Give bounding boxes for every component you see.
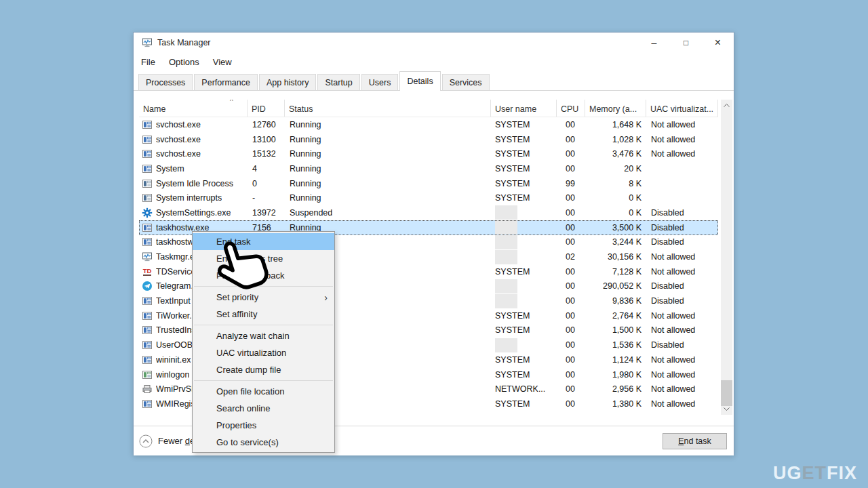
column-header-user-name[interactable]: User name [491,100,557,117]
menu-separator [194,325,333,325]
cell-user-name: SYSTEM [491,117,557,132]
tab-users[interactable]: Users [361,74,399,90]
tab-startup[interactable]: Startup [317,74,359,90]
menu-item-set-priority[interactable]: Set priority› [193,289,334,306]
menubar-item-file[interactable]: File [134,53,162,71]
table-row[interactable]: svchost.exe13100RunningSYSTEM001,028 KNo… [139,132,718,147]
menu-item-properties[interactable]: Properties [193,417,334,434]
cell-cpu: 00 [557,382,585,396]
column-header-name[interactable]: Name^ [139,100,248,117]
menu-item-end-process-tree[interactable]: End process tree [193,250,334,267]
cell-uac-virtualization: Not allowed [646,352,718,367]
table-row[interactable]: System Idle Process0RunningSYSTEM998 K [139,176,718,191]
exe-icon [142,310,153,321]
cell-cpu: 00 [557,264,585,279]
end-task-button[interactable]: End task [663,433,727,449]
cell-status: Running [285,146,491,161]
menu-item-label: Open file location [216,386,284,396]
cell-uac-virtualization: Not allowed [646,132,718,147]
context-menu: End taskEnd process treeProvide feedback… [192,231,335,453]
tab-processes[interactable]: Processes [138,74,193,90]
cell-name: SystemSettings.exe [139,205,248,220]
tab-details[interactable]: Details [399,71,440,91]
cell-uac-virtualization: Not allowed [646,264,718,279]
menu-item-analyze-wait-chain[interactable]: Analyze wait chain [193,327,334,344]
scroll-down-icon[interactable] [721,403,732,415]
cell-name: System interrupts [139,190,248,205]
table-row[interactable]: System interrupts-RunningSYSTEM000 K [139,190,718,205]
menubar-item-options[interactable]: Options [162,53,206,71]
column-header-pid[interactable]: PID [248,100,285,117]
cell-memory: 3,244 K [585,235,646,250]
menu-item-label: Provide feedback [216,270,284,281]
menu-item-provide-feedback[interactable]: Provide feedback [193,267,334,284]
cell-uac-virtualization [646,176,718,191]
maximize-button[interactable]: □ [670,33,702,53]
table-row[interactable]: SystemSettings.exe13972Suspended000 KDis… [139,205,718,220]
cell-user-name [491,338,557,352]
collapse-circle-icon [139,434,153,448]
cell-memory: 1,980 K [585,367,646,382]
column-header-uac-virtualizat[interactable]: UAC virtualizat... [646,100,718,117]
cell-name: svchost.exe [139,132,248,147]
tab-app-history[interactable]: App history [259,74,317,90]
process-name: System [156,164,184,174]
close-button[interactable]: × [702,33,734,53]
menu-item-end-task[interactable]: End task [193,233,334,250]
redacted-user-box [495,338,517,352]
column-header-status[interactable]: Status [285,100,491,117]
table-row[interactable]: svchost.exe15132RunningSYSTEM003,476 KNo… [139,146,718,161]
column-header-label: PID [248,104,266,114]
table-row[interactable]: svchost.exe12760RunningSYSTEM001,648 KNo… [139,117,718,132]
cell-uac-virtualization: Disabled [646,220,718,235]
process-name: WmiPrvSI [156,384,194,394]
cell-memory: 2,956 K [585,382,646,396]
window-title: Task Manager [157,38,211,47]
cell-uac-virtualization: Not allowed [646,146,718,161]
scrollbar-thumb[interactable] [721,380,732,406]
exe-icon [142,237,153,247]
column-header-label: Status [285,104,313,114]
process-name: winlogon [156,370,189,380]
process-name: svchost.exe [156,149,201,159]
scroll-up-icon[interactable] [721,100,732,111]
minimize-button[interactable]: – [638,33,670,53]
cell-user-name: SYSTEM [491,323,557,338]
tab-services[interactable]: Services [442,74,490,90]
column-header-memory-a[interactable]: Memory (a... [585,100,646,117]
column-header-cpu[interactable]: CPU [557,100,585,117]
table-row[interactable]: System4RunningSYSTEM0020 K [139,161,718,176]
cell-cpu: 00 [557,308,585,323]
menu-item-search-online[interactable]: Search online [193,400,334,417]
cell-cpu: 00 [557,338,585,352]
exe-icon [142,325,153,336]
column-header-label: CPU [557,104,578,114]
menubar-item-view[interactable]: View [206,53,239,71]
cell-user-name [491,235,557,250]
cell-user-name: NETWORK... [491,382,557,396]
tab-strip: ProcessesPerformanceApp historyStartupUs… [134,71,734,91]
vertical-scrollbar[interactable] [721,100,732,415]
cell-cpu: 00 [557,367,585,382]
menu-item-uac-virtualization[interactable]: UAC virtualization [193,344,334,361]
tab-performance[interactable]: Performance [194,74,258,90]
column-header-label: Memory (a... [585,104,637,114]
menu-item-create-dump-file[interactable]: Create dump file [193,361,334,378]
cell-memory: 2,764 K [585,308,646,323]
cell-name: svchost.exe [139,117,248,132]
menu-item-label: Search online [216,403,271,413]
cell-uac-virtualization: Disabled [646,338,718,352]
menu-item-go-to-service-s[interactable]: Go to service(s) [193,434,334,451]
cell-memory: 290,052 K [585,279,646,294]
menu-item-label: Analyze wait chain [216,331,290,341]
desktop: { "window": { "title": "Task Manager", "… [0,0,868,488]
process-name: TrustedIns [156,325,196,335]
cell-uac-virtualization: Not allowed [646,117,718,132]
menu-item-open-file-location[interactable]: Open file location [193,383,334,400]
cell-uac-virtualization: Disabled [646,205,718,220]
exe-icon [142,399,153,409]
cell-memory: 3,476 K [585,146,646,161]
cell-status: Running [285,190,491,205]
menu-item-set-affinity[interactable]: Set affinity [193,306,334,323]
telegram-icon [142,281,153,291]
